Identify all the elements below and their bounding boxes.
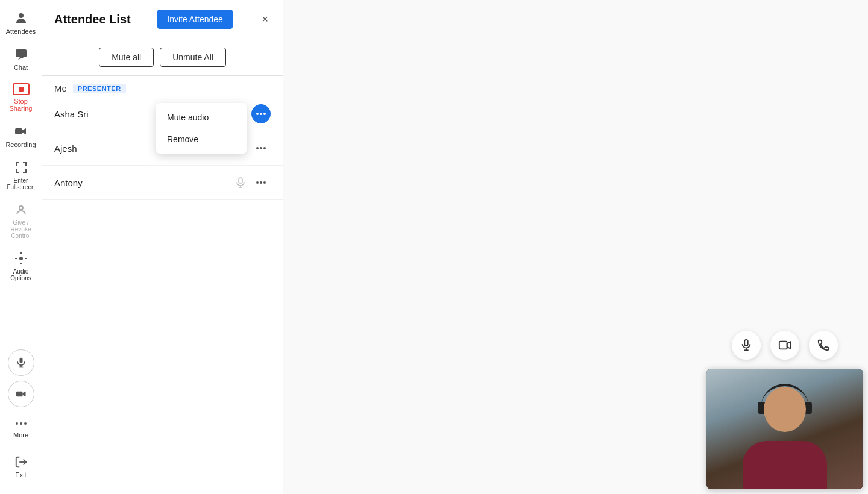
svg-point-20 [260, 147, 262, 149]
sidebar-more-label: More [13, 431, 28, 439]
sidebar-recording-label: Recording [5, 141, 36, 148]
sidebar-chat-label: Chat [14, 64, 28, 71]
sidebar-item-more[interactable]: More [0, 412, 42, 445]
sidebar-item-exit[interactable]: Exit [0, 449, 42, 484]
sidebar: Attendees Chat Stop Sharing Recording [0, 0, 42, 494]
svg-rect-8 [16, 392, 22, 396]
sidebar-item-attendees[interactable]: Attendees [0, 5, 42, 41]
attendee-panel: Attendee List Invite Attendee × Mute all… [42, 0, 283, 494]
svg-point-9 [16, 422, 18, 425]
sidebar-item-stop-sharing[interactable]: Stop Sharing [0, 77, 42, 118]
sidebar-item-audio-options[interactable]: Audio Options [0, 245, 42, 287]
svg-rect-31 [779, 342, 787, 349]
video-face [706, 369, 863, 489]
sidebar-fullscreen-label: Enter Fullscreen [2, 177, 39, 190]
audio-options-icon [14, 251, 28, 266]
mute-audio-menu-item[interactable]: Mute audio [156, 107, 247, 128]
svg-point-25 [256, 181, 259, 184]
attendee-list: Me PRESENTER Asha Sri [42, 76, 283, 494]
video-phone-button[interactable] [809, 331, 838, 360]
svg-point-3 [19, 206, 23, 210]
mic-button[interactable] [8, 349, 34, 376]
ajesh-more-button[interactable] [251, 139, 271, 158]
panel-title: Attendee List [54, 13, 131, 27]
table-row: Antony [42, 166, 283, 200]
svg-rect-5 [19, 358, 22, 363]
sidebar-exit-label: Exit [15, 471, 26, 478]
attendee-dropdown-menu: Mute audio Remove [156, 103, 247, 154]
ajesh-actions [251, 139, 271, 158]
person-head [764, 387, 806, 432]
invite-attendee-button[interactable]: Invite Attendee [157, 10, 233, 29]
exit-icon [14, 455, 28, 469]
svg-point-19 [256, 147, 259, 149]
mute-all-button[interactable]: Mute all [99, 48, 154, 67]
person-body [743, 441, 827, 489]
sidebar-item-recording[interactable]: Recording [0, 118, 42, 154]
svg-rect-28 [744, 340, 748, 346]
svg-point-18 [263, 113, 266, 115]
sidebar-give-revoke-label: Give / Revoke Control [2, 219, 39, 239]
recording-icon [14, 124, 28, 139]
video-controls [706, 326, 863, 364]
chat-icon [14, 47, 28, 61]
svg-point-26 [260, 181, 262, 184]
svg-point-0 [19, 13, 24, 18]
fullscreen-icon [14, 160, 28, 175]
attendee-name-antony: Antony [54, 178, 233, 188]
sidebar-stop-sharing-label: Stop Sharing [2, 98, 39, 112]
svg-point-11 [24, 422, 27, 425]
attendees-icon [14, 11, 28, 25]
panel-header: Attendee List Invite Attendee × [42, 0, 283, 39]
main-area [283, 0, 868, 494]
svg-point-4 [19, 257, 23, 260]
sidebar-item-chat[interactable]: Chat [0, 41, 42, 77]
sidebar-audio-options-label: Audio Options [2, 268, 39, 281]
svg-point-17 [260, 113, 262, 115]
video-thumbnail [706, 369, 863, 489]
presenter-badge: PRESENTER [73, 84, 126, 93]
antony-mic-button[interactable] [233, 175, 248, 190]
close-icon: × [262, 13, 268, 25]
me-label: Me [54, 83, 67, 93]
svg-rect-2 [15, 128, 22, 134]
svg-point-16 [256, 113, 259, 115]
sidebar-attendees-label: Attendees [6, 28, 36, 35]
sidebar-bottom: More Exit [0, 349, 42, 489]
remove-menu-item[interactable]: Remove [156, 128, 247, 150]
close-panel-button[interactable]: × [259, 11, 271, 28]
table-row: Asha Sri [42, 97, 283, 131]
svg-rect-22 [239, 178, 242, 183]
unmute-all-button[interactable]: Unmute All [160, 48, 226, 67]
cam-button[interactable] [8, 381, 34, 407]
mute-bar: Mute all Unmute All [42, 39, 283, 76]
sidebar-item-fullscreen[interactable]: Enter Fullscreen [0, 154, 42, 196]
svg-point-27 [263, 181, 266, 184]
sidebar-item-give-revoke[interactable]: Give / Revoke Control [0, 196, 42, 245]
video-mic-button[interactable] [732, 331, 761, 360]
give-revoke-icon [14, 202, 28, 217]
antony-actions [233, 173, 271, 192]
svg-point-21 [263, 147, 266, 149]
me-section: Me PRESENTER [42, 76, 283, 97]
svg-rect-1 [16, 49, 27, 57]
stop-sharing-icon [13, 83, 30, 95]
video-cam-button[interactable] [770, 331, 799, 360]
asha-more-button[interactable] [251, 104, 271, 124]
more-icon [14, 418, 28, 429]
person-figure [731, 381, 839, 489]
svg-point-10 [20, 422, 22, 425]
antony-more-button[interactable] [251, 173, 271, 192]
